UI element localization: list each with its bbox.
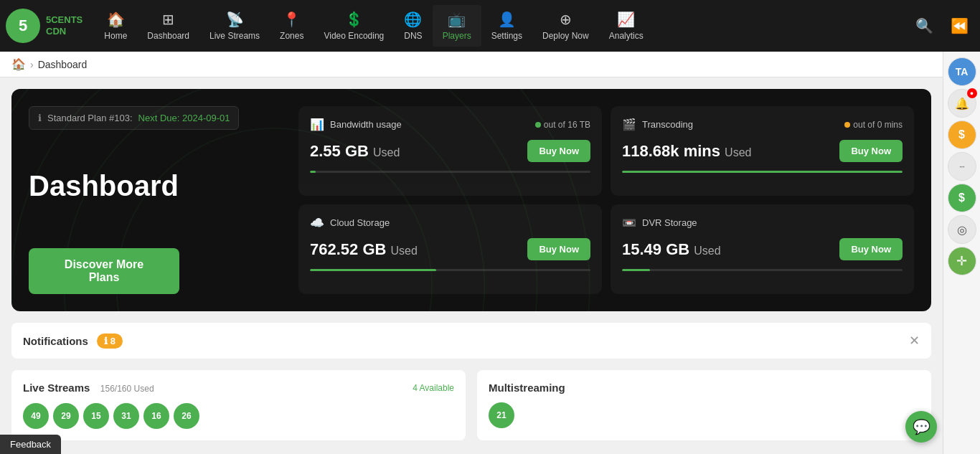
gamepad-btn[interactable]: ✛ [948, 247, 976, 275]
nav-right: 🔍 ⏪ [910, 11, 974, 40]
metric-name-dvr-storage: DVR Storage [642, 217, 697, 228]
multistreaming-dots: 21 [489, 402, 920, 428]
metric-card-transcoding: 🎬 Transcoding out of 0 mins 118.68k mins… [611, 106, 914, 196]
metric-card-dvr-storage: 📼 DVR Storage 15.49 GB Used Buy Now [611, 204, 914, 294]
metric-title-cloud-storage: ☁️ Cloud Storage [310, 216, 390, 230]
metric-body-transcoding: 118.68k mins Used Buy Now [622, 140, 903, 162]
dollar2-btn[interactable]: $ [948, 184, 976, 212]
nav-label-deploy-now: Deploy Now [542, 31, 589, 41]
nav-icon-deploy-now: ⊕ [560, 11, 572, 28]
user-avatar[interactable]: TA [948, 57, 976, 86]
metric-body-cloud-storage: 762.52 GB Used Buy Now [310, 238, 590, 260]
nav-item-analytics[interactable]: 📈 Analytics [599, 5, 654, 47]
metric-progress-fill-transcoding [622, 171, 903, 173]
metric-header-dvr-storage: 📼 DVR Storage [622, 216, 903, 230]
live-streams-header: Live Streams 156/160 Used 4 Available [23, 382, 454, 394]
nav-item-players[interactable]: 📺 Players [433, 5, 481, 47]
metric-name-transcoding: Transcoding [642, 119, 693, 130]
live-stream-dot-5[interactable]: 26 [174, 403, 199, 429]
home-icon[interactable]: 🏠 [11, 57, 26, 71]
live-stream-dot-4[interactable]: 16 [143, 403, 169, 429]
metric-body-bandwidth: 2.55 GB Used Buy Now [310, 140, 590, 162]
buy-btn-cloud-storage[interactable]: Buy Now [527, 238, 590, 260]
live-streams-available: 4 Available [413, 383, 454, 393]
notifications-count: 8 [110, 336, 116, 346]
dollar-btn[interactable]: $ [948, 120, 976, 149]
multistreaming-card: Multistreaming 21 [477, 370, 931, 440]
nav-label-analytics: Analytics [609, 31, 644, 41]
metric-header-cloud-storage: ☁️ Cloud Storage [310, 216, 590, 230]
live-stream-dot-0[interactable]: 49 [23, 403, 49, 429]
metric-icon-cloud-storage: ☁️ [310, 216, 324, 230]
dollar2-icon: $ [958, 191, 965, 204]
nav-item-settings[interactable]: 👤 Settings [481, 5, 532, 47]
metric-unit-cloud-storage: Used [391, 245, 418, 257]
metric-progress-cloud-storage [310, 269, 590, 271]
nav-icon-dns: 🌐 [404, 11, 422, 28]
metric-value-bandwidth: 2.55 GB Used [310, 142, 400, 161]
metric-progress-dvr-storage [622, 269, 903, 271]
metric-limit-transcoding: out of 0 mins [853, 120, 903, 130]
metric-progress-transcoding [622, 171, 903, 173]
main-content: ℹ Standard Plan #103: Next Due: 2024-09-… [0, 77, 980, 452]
nav-icon-home: 🏠 [107, 11, 125, 28]
nav-item-live-streams[interactable]: 📡 Live Streams [199, 5, 270, 47]
metrics-grid: 📊 Bandwidth usage out of 16 TB 2.55 GB U… [298, 106, 914, 294]
bottom-cards: Live Streams 156/160 Used 4 Available 49… [11, 370, 931, 440]
metric-header-transcoding: 🎬 Transcoding out of 0 mins [622, 118, 903, 131]
nav-item-dns[interactable]: 🌐 DNS [394, 5, 432, 47]
nav-icon-live-streams: 📡 [226, 11, 244, 28]
nav-icon-zones: 📍 [283, 11, 301, 28]
live-streams-card: Live Streams 156/160 Used 4 Available 49… [11, 370, 466, 440]
multistreaming-dot-0[interactable]: 21 [489, 402, 514, 428]
dots-icon: ··· [959, 161, 964, 171]
buy-btn-bandwidth[interactable]: Buy Now [527, 140, 590, 162]
live-stream-dot-3[interactable]: 31 [113, 403, 139, 429]
metric-card-bandwidth: 📊 Bandwidth usage out of 16 TB 2.55 GB U… [298, 106, 602, 196]
dashboard-left: ℹ Standard Plan #103: Next Due: 2024-09-… [29, 106, 287, 294]
metric-header-bandwidth: 📊 Bandwidth usage out of 16 TB [310, 118, 590, 131]
metric-icon-bandwidth: 📊 [310, 118, 324, 131]
discover-plans-button[interactable]: Discover More Plans [29, 248, 179, 294]
live-stream-dot-2[interactable]: 15 [83, 403, 109, 429]
feedback-bar[interactable]: Feedback [0, 435, 61, 454]
live-streams-used: 156/160 Used [100, 384, 154, 394]
nav-label-live-streams: Live Streams [209, 31, 260, 41]
nav-item-dashboard[interactable]: ⊞ Dashboard [137, 5, 199, 47]
nav-item-zones[interactable]: 📍 Zones [270, 5, 314, 47]
metric-name-cloud-storage: Cloud Storage [330, 217, 390, 228]
dollar-icon: $ [958, 128, 965, 141]
live-streams-dots: 492915311626 [23, 403, 454, 429]
back-icon[interactable]: ⏪ [945, 11, 974, 40]
sidebar-right: TA 🔔 ● $ ··· $ ◎ ✛ [943, 52, 980, 454]
gamepad-icon: ✛ [956, 253, 967, 269]
nav-label-dns: DNS [404, 31, 422, 41]
notifications-close[interactable]: ✕ [909, 333, 920, 349]
notification-bell-btn[interactable]: 🔔 ● [948, 89, 976, 118]
more-dots-btn[interactable]: ··· [948, 152, 976, 181]
main-nav: 5 5CENTSCDN 🏠 Home ⊞ Dashboard 📡 Live St… [0, 0, 980, 52]
breadcrumb: 🏠 › Dashboard [0, 52, 980, 77]
chat-button[interactable]: 💬 [905, 411, 937, 443]
nav-icon-settings: 👤 [498, 11, 516, 28]
metric-progress-fill-bandwidth [310, 171, 316, 173]
live-streams-title: Live Streams [23, 382, 90, 394]
metric-title-bandwidth: 📊 Bandwidth usage [310, 118, 402, 131]
nav-item-home[interactable]: 🏠 Home [94, 5, 137, 47]
nav-item-deploy-now[interactable]: ⊕ Deploy Now [532, 5, 599, 47]
bell-icon: 🔔 [955, 97, 969, 110]
metric-icon-transcoding: 🎬 [622, 118, 636, 131]
notifications-title: Notifications [23, 335, 88, 347]
live-stream-dot-1[interactable]: 29 [53, 403, 79, 429]
target-btn[interactable]: ◎ [948, 215, 976, 244]
plan-label: Standard Plan #103: [47, 113, 133, 123]
multistreaming-title: Multistreaming [489, 382, 565, 394]
logo[interactable]: 5 5CENTSCDN [6, 9, 83, 43]
dashboard-title: Dashboard [29, 170, 287, 202]
nav-item-video-encoding[interactable]: 💲 Video Encoding [314, 5, 394, 47]
buy-btn-transcoding[interactable]: Buy Now [839, 140, 903, 162]
logo-text: 5CENTSCDN [46, 14, 83, 37]
search-icon[interactable]: 🔍 [910, 11, 939, 40]
nav-label-zones: Zones [280, 31, 303, 41]
buy-btn-dvr-storage[interactable]: Buy Now [839, 238, 903, 260]
